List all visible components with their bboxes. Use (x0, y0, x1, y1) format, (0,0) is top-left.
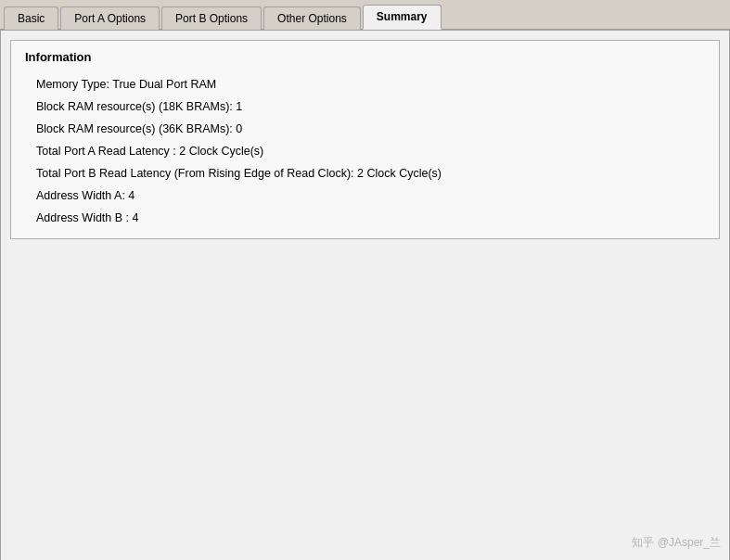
info-item: Block RAM resource(s) (18K BRAMs): 1 (25, 95, 705, 118)
tab-port-a-options[interactable]: Port A Options (60, 6, 160, 30)
tabs-container: Basic Port A Options Port B Options Othe… (0, 0, 730, 31)
info-item: Total Port B Read Latency (From Rising E… (25, 162, 705, 185)
info-section: Information Memory Type: True Dual Port … (10, 40, 720, 239)
tab-other-options[interactable]: Other Options (263, 6, 361, 30)
info-item: Memory Type: True Dual Port RAM (25, 73, 705, 95)
tab-port-b-options[interactable]: Port B Options (161, 6, 262, 30)
tab-basic[interactable]: Basic (4, 6, 58, 30)
info-item: Block RAM resource(s) (36K BRAMs): 0 (25, 118, 705, 140)
tab-summary[interactable]: Summary (363, 5, 442, 30)
info-title: Information (25, 50, 705, 64)
watermark: 知乎 @JAsper_兰 (632, 535, 721, 551)
info-item: Address Width B : 4 (25, 207, 705, 229)
info-item: Total Port A Read Latency : 2 Clock Cycl… (25, 140, 705, 162)
info-items: Memory Type: True Dual Port RAMBlock RAM… (25, 73, 705, 229)
main-content: Information Memory Type: True Dual Port … (0, 31, 730, 560)
info-item: Address Width A: 4 (25, 185, 705, 207)
